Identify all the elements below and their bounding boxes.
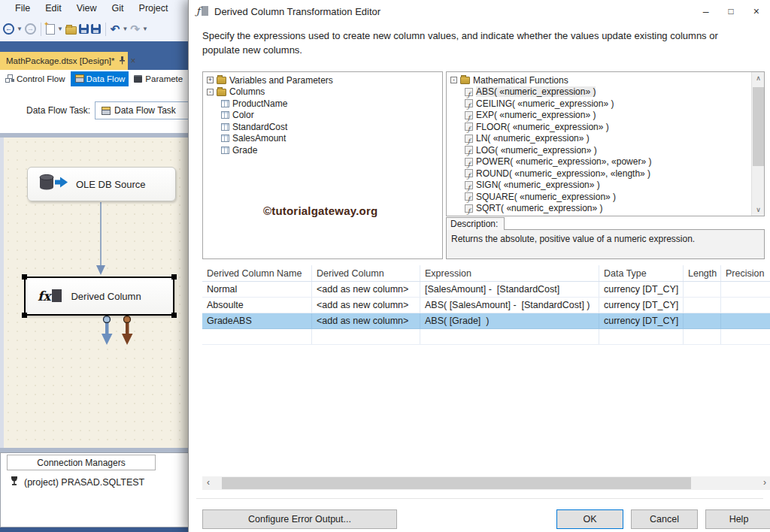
menu-project[interactable]: Project bbox=[132, 0, 176, 17]
expander-icon[interactable]: - bbox=[207, 89, 214, 95]
ole-db-source-node[interactable]: OLE DB Source bbox=[27, 167, 176, 201]
cell-data-type[interactable]: currency [DT_CY] bbox=[599, 313, 684, 328]
header-derived-column[interactable]: Derived Column bbox=[312, 265, 420, 281]
cell-name[interactable]: Absoulte bbox=[202, 298, 312, 313]
grid-row-normal[interactable]: Normal <add as new column> [SalesAmount]… bbox=[202, 282, 770, 298]
menu-view[interactable]: View bbox=[69, 0, 105, 17]
cell-derived-column[interactable]: <add as new column> bbox=[312, 298, 420, 313]
document-tab[interactable]: MathPackage.dtsx [Design]* × bbox=[0, 52, 128, 70]
tree-item-columns[interactable]: - Columns bbox=[203, 86, 442, 98]
connection-managers-tab[interactable]: Connection Managers bbox=[7, 455, 156, 470]
header-expression[interactable]: Expression bbox=[420, 265, 599, 281]
selection-handle[interactable] bbox=[171, 274, 177, 280]
cell-derived-column[interactable]: <add as new column> bbox=[312, 313, 420, 328]
function-item-floor[interactable]: FLOOR( «numeric_expression» ) bbox=[447, 121, 750, 133]
navigate-back-icon[interactable]: ← bbox=[3, 23, 14, 35]
function-item-ceiling[interactable]: CEILING( «numeric_expression» ) bbox=[447, 98, 750, 110]
cell-expression[interactable]: [SalesAmount] - [StandardCost] bbox=[420, 282, 599, 297]
selection-handle[interactable] bbox=[171, 313, 177, 318]
cell-data-type[interactable]: currency [DT_CY] bbox=[599, 282, 684, 297]
cell-precision[interactable] bbox=[721, 282, 770, 297]
function-item-abs[interactable]: ABS( «numeric_expression» ) bbox=[447, 86, 750, 98]
selection-handle[interactable] bbox=[22, 313, 27, 318]
cell-derived-column[interactable]: <add as new column> bbox=[312, 282, 420, 297]
tree-item-grade[interactable]: Grade bbox=[203, 144, 442, 156]
grid-horizontal-scrollbar[interactable]: ‹ › bbox=[202, 476, 770, 490]
cell-derived-column[interactable] bbox=[312, 329, 420, 344]
back-dropdown-icon[interactable]: ▼ bbox=[17, 26, 23, 32]
menu-git[interactable]: Git bbox=[105, 0, 132, 17]
close-icon[interactable]: × bbox=[130, 56, 135, 65]
cell-name[interactable]: Normal bbox=[202, 282, 312, 297]
tree-item-mathematical-functions[interactable]: - Mathematical Functions bbox=[447, 74, 750, 86]
cell-name[interactable] bbox=[202, 329, 312, 344]
function-item-sign[interactable]: SIGN( «numeric_expression» ) bbox=[447, 180, 750, 192]
close-icon[interactable]: × bbox=[753, 6, 759, 17]
maximize-icon[interactable]: □ bbox=[729, 7, 734, 16]
scrollbar-thumb[interactable] bbox=[222, 477, 691, 489]
cell-length[interactable] bbox=[684, 282, 721, 297]
scroll-up-icon[interactable]: ∧ bbox=[752, 72, 765, 84]
cell-expression[interactable]: ABS( [SalesAmount] - [StandardCost] ) bbox=[420, 298, 599, 313]
scrollbar-thumb[interactable] bbox=[753, 87, 764, 166]
grid-row-empty[interactable] bbox=[202, 329, 770, 345]
configure-error-output-button[interactable]: Configure Error Output... bbox=[202, 509, 397, 529]
cell-expression[interactable] bbox=[420, 329, 599, 344]
function-item-sqrt[interactable]: SQRT( «numeric_expression» ) bbox=[447, 203, 750, 215]
cell-data-type[interactable]: currency [DT_CY] bbox=[599, 298, 684, 313]
header-data-type[interactable]: Data Type bbox=[599, 265, 684, 281]
cell-precision[interactable] bbox=[721, 329, 770, 344]
tree-item-salesamount[interactable]: SalesAmount bbox=[203, 133, 442, 145]
cell-precision[interactable] bbox=[721, 298, 770, 313]
header-length[interactable]: Length bbox=[684, 265, 721, 281]
cell-precision[interactable] bbox=[721, 313, 770, 328]
save-icon[interactable] bbox=[79, 24, 89, 34]
tree-item-color[interactable]: Color bbox=[203, 110, 442, 122]
tree-item-productname[interactable]: ProductName bbox=[203, 98, 442, 110]
scroll-down-icon[interactable]: ∨ bbox=[752, 204, 765, 216]
tab-control-flow[interactable]: Control Flow bbox=[2, 71, 69, 86]
data-flow-task-combo[interactable]: Data Flow Task bbox=[95, 101, 192, 119]
cell-length[interactable] bbox=[684, 329, 721, 344]
function-item-log[interactable]: LOG( «numeric_expression» ) bbox=[447, 144, 750, 156]
cell-length[interactable] bbox=[684, 298, 721, 313]
menu-edit[interactable]: Edit bbox=[38, 0, 69, 17]
scroll-right-icon[interactable]: › bbox=[759, 476, 770, 490]
navigate-forward-icon[interactable]: → bbox=[25, 23, 36, 35]
ok-button[interactable]: OK bbox=[556, 509, 623, 529]
open-file-icon[interactable] bbox=[65, 26, 77, 35]
cell-length[interactable] bbox=[684, 313, 721, 328]
function-item-round[interactable]: ROUND( «numeric_expression», «length» ) bbox=[447, 168, 750, 180]
scroll-left-icon[interactable]: ‹ bbox=[202, 476, 214, 490]
expander-icon[interactable]: + bbox=[207, 77, 214, 83]
tree-item-variables-and-parameters[interactable]: + Variables and Parameters bbox=[203, 74, 442, 86]
redo-icon[interactable]: ↷ bbox=[130, 23, 140, 35]
new-project-icon[interactable] bbox=[46, 24, 55, 35]
function-item-square[interactable]: SQUARE( «numeric_expression» ) bbox=[447, 191, 750, 203]
expander-icon[interactable]: - bbox=[450, 77, 457, 83]
function-item-exp[interactable]: EXP( «numeric_expression» ) bbox=[447, 110, 750, 122]
tab-data-flow[interactable]: Data Flow bbox=[71, 71, 129, 86]
cell-data-type[interactable] bbox=[599, 329, 684, 344]
derived-column-node[interactable]: fx Derived Column bbox=[24, 277, 174, 316]
function-item-power[interactable]: POWER( «numeric_expression», «power» ) bbox=[447, 156, 750, 168]
selection-handle[interactable] bbox=[22, 274, 27, 280]
minimize-icon[interactable]: – bbox=[703, 6, 709, 17]
tree-item-standardcost[interactable]: StandardCost bbox=[203, 121, 442, 133]
header-precision[interactable]: Precision bbox=[721, 265, 770, 281]
grid-row-gradeabs[interactable]: GradeABS <add as new column> ABS( [Grade… bbox=[202, 313, 770, 329]
new-dropdown-icon[interactable]: ▼ bbox=[57, 26, 63, 32]
redo-dropdown-icon[interactable]: ▼ bbox=[142, 26, 148, 32]
pin-icon[interactable] bbox=[119, 56, 126, 66]
header-derived-column-name[interactable]: Derived Column Name bbox=[202, 265, 312, 281]
save-all-icon[interactable] bbox=[91, 24, 101, 34]
cell-name[interactable]: GradeABS bbox=[202, 313, 312, 328]
menu-file[interactable]: File bbox=[8, 0, 38, 17]
grid-row-absoulte[interactable]: Absoulte <add as new column> ABS( [Sales… bbox=[202, 298, 770, 313]
help-button[interactable]: Help bbox=[705, 509, 770, 529]
undo-dropdown-icon[interactable]: ▼ bbox=[122, 26, 128, 32]
cancel-button[interactable]: Cancel bbox=[631, 509, 698, 529]
functions-scrollbar[interactable]: ∧ ∨ bbox=[751, 72, 764, 216]
function-item-ln[interactable]: LN( «numeric_expression» ) bbox=[447, 133, 750, 145]
cell-expression[interactable]: ABS( [Grade] ) bbox=[420, 313, 599, 328]
